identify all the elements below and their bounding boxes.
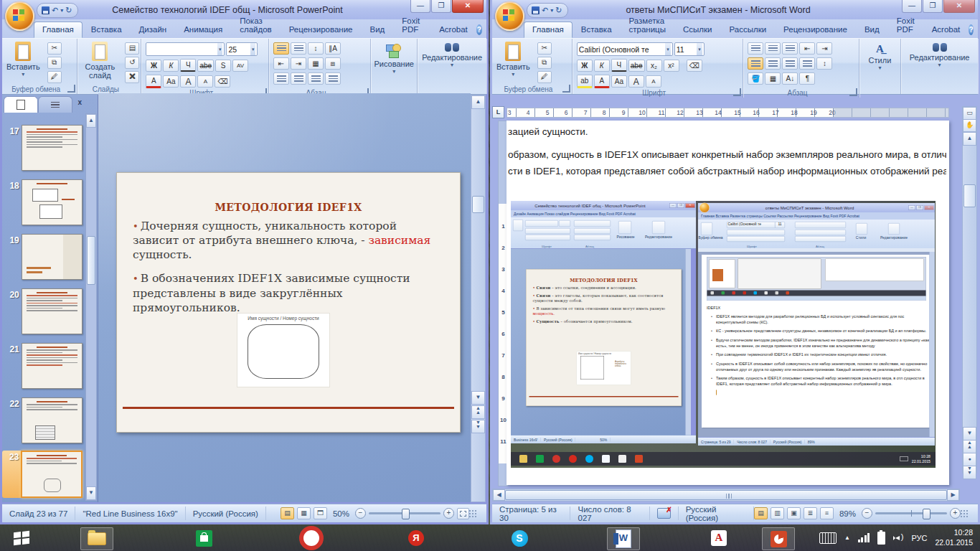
slide-thumbnail-21[interactable]: 21 [2,343,83,390]
battery-icon[interactable] [877,532,885,545]
save-icon[interactable] [42,6,50,14]
taskbar-powerpoint[interactable] [762,527,795,550]
align-right-button[interactable] [308,72,324,85]
taskbar-word[interactable]: W [607,527,640,550]
cut-icon[interactable]: ✂ [537,42,552,55]
grow-font-button[interactable]: А [628,75,644,88]
theme-name[interactable]: "Red Line Business 16x9" [75,507,185,520]
spellcheck-status[interactable] [650,507,679,520]
page-counter[interactable]: Страница: 5 из 30 [492,507,570,520]
undo-dropdown-icon[interactable]: ▾ [550,8,553,14]
ppt-tab-retsenzirovanie[interactable]: Рецензирование [281,22,362,38]
draft-view-icon[interactable]: ≡ [820,507,834,519]
taskbar-yandex-browser[interactable]: Я [400,527,432,549]
embedded-screenshot-image[interactable]: Семейство технологий IDEF общ - Microsof… [511,201,936,468]
highlight-button[interactable]: ab [577,75,593,88]
undo-icon[interactable]: ↶ [52,6,58,14]
help-icon[interactable]: ? [476,24,482,35]
multilevel-list-button[interactable] [782,42,798,55]
dialog-launcher-icon[interactable] [562,85,570,93]
ppt-slide-editor[interactable]: МЕТОДОЛОГИЯ IDEF1X •Дочерняя сущность, у… [98,93,471,502]
cut-icon[interactable]: ✂ [47,42,62,55]
format-painter-icon[interactable]: 🖉 [47,71,62,83]
save-icon[interactable] [532,6,540,14]
slide-thumbnail-19[interactable]: 19 [2,234,83,281]
print-layout-icon[interactable]: ▤ [754,507,768,519]
shrink-font-button[interactable]: А [646,75,661,88]
word-tab-foxit-pdf[interactable]: Foxit PDF [888,13,923,38]
fullscreen-reading-icon[interactable]: ▥ [771,507,784,519]
slide-thumbnail-17[interactable]: 17 [2,125,83,172]
fit-slide-to-window-icon[interactable] [457,508,469,519]
ppt-tab-animatsiya[interactable]: Анимация [175,22,231,38]
next-page-icon[interactable]: ▼▼ [963,466,976,479]
clock[interactable]: 10:2822.01.2015 [935,528,973,547]
entity-diagram-image[interactable]: Имя сущности / Номер сущности [237,314,329,387]
hidden-icons-arrow-icon[interactable]: ▲ [844,534,850,541]
taskbar-acrobat[interactable]: A [703,527,735,549]
taskbar-opera[interactable] [296,527,327,549]
slide-sorter-icon[interactable]: ▦ [297,507,311,519]
align-right-button[interactable] [782,57,798,70]
numbering-button[interactable] [291,42,306,55]
bullets-button[interactable] [273,42,289,55]
grow-font-button[interactable]: А [180,75,196,88]
dialog-launcher-icon[interactable] [849,88,857,96]
align-left-button[interactable] [273,72,289,85]
ppt-maximize-button[interactable]: ❐ [431,0,451,13]
ruler-toggle-icon[interactable]: ▭ [963,107,976,120]
show-marks-button[interactable]: ¶ [799,72,815,85]
zoom-in-icon[interactable]: + [950,508,961,519]
hand-tool-icon[interactable]: ✋ [963,119,976,132]
font-color-button[interactable]: А [594,75,610,88]
bullets-button[interactable] [748,42,763,55]
layout-icon[interactable]: ▤ [125,42,139,55]
ppt-close-button[interactable]: ✕ [452,0,484,13]
increase-indent-button[interactable]: ⇥ [291,57,306,70]
decrease-indent-button[interactable]: ⇤ [273,57,289,70]
panel-close-icon[interactable]: x [77,96,86,112]
decrease-indent-button[interactable]: ⇤ [799,42,815,55]
bold-button[interactable]: Ж [577,60,593,72]
justify-button[interactable] [325,72,341,85]
styles-button[interactable]: А̲ Стили ▾ [859,40,900,71]
undo-icon[interactable]: ↶ [542,6,548,14]
subscript-button[interactable]: x₂ [646,60,662,72]
slide-thumbnail-20[interactable]: 20 [2,288,83,336]
editing-button[interactable]: Редактирование ▾ [901,40,978,68]
scroll-right-icon[interactable]: ▶ [947,489,959,501]
paste-button[interactable]: Вставить ▾ [2,39,44,87]
drawing-button[interactable]: Рисование ▾ [371,40,417,75]
word-tab-rassylki[interactable]: Рассылки [720,22,775,38]
shading-button[interactable]: 🪣 [748,72,763,85]
word-tab-glavnaya[interactable]: Главная [524,22,573,38]
line-spacing-button[interactable]: ↕ [308,42,324,55]
network-signal-icon[interactable] [858,533,870,542]
bold-button[interactable]: Ж [146,60,161,72]
ppt-tab-glavnaya[interactable]: Главная [34,22,83,38]
zoom-slider[interactable] [875,512,947,514]
align-left-button[interactable] [748,57,763,70]
redo-icon[interactable]: ↻ [555,6,562,14]
slide-body[interactable]: •Дочерняя сущность, уникальность которой… [133,219,444,324]
slide-thumbnail-18[interactable]: 18 [2,179,83,227]
editing-button[interactable]: Редактирование ▾ [418,40,486,68]
scroll-up-icon[interactable]: ▲ [471,95,485,109]
word-close-button[interactable]: ✕ [943,0,975,13]
word-horizontal-ruler[interactable]: L 34 56 78 910 1112 1314 1516 1718 1920 [504,106,949,118]
text-direction-button[interactable]: ∥A [325,42,341,55]
language-indicator[interactable]: Русский (Россия) [679,507,754,520]
delete-slide-icon[interactable]: 🗙 [125,71,139,83]
word-minimize-button[interactable]: — [902,0,922,13]
next-slide-icon[interactable]: ▼▼ [471,420,485,433]
normal-view-icon[interactable]: ▤ [281,507,294,519]
tab-selector[interactable]: L [492,106,504,118]
numbering-button[interactable] [765,42,781,55]
word-horizontal-scrollbar[interactable]: ◀ ▶ [492,489,960,501]
line-spacing-button[interactable]: ↕ [816,57,832,70]
ppt-vertical-scrollbar[interactable]: ▲ ▼ ▲▲ ▼▼ [471,95,486,502]
word-vertical-scrollbar[interactable]: ▭ ✋ ▲ ▼ ▲▲ ● ▼▼ [962,106,977,474]
format-painter-icon[interactable]: 🖉 [537,71,552,83]
dialog-launcher-icon[interactable] [67,85,75,93]
word-document-page[interactable]: зацией сущности. образом, сущность в IDE… [507,121,949,485]
